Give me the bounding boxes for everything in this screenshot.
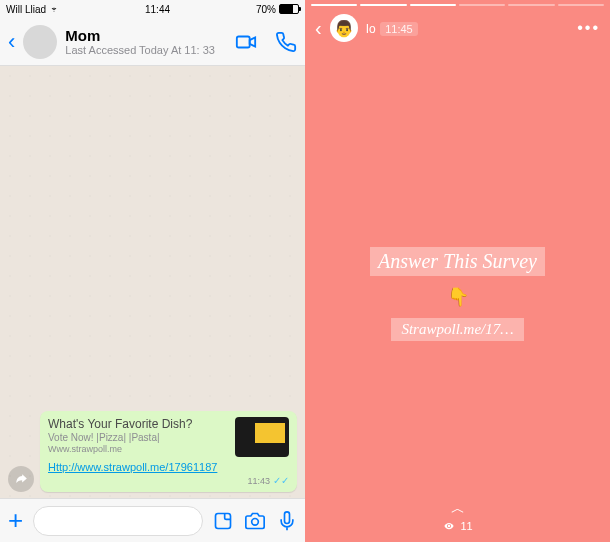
battery-icon <box>279 4 299 14</box>
message-bubble[interactable]: What's Your Favorite Dish? Vote Now! |Pi… <box>40 411 297 492</box>
statusbar-time: 11:44 <box>145 4 170 15</box>
link-preview-thumbnail <box>235 417 289 457</box>
link-preview-title: What's Your Favorite Dish? <box>48 417 229 431</box>
status-bar: Will Lliad 11:44 70% <box>0 0 305 18</box>
contact-info[interactable]: Mom Last Accessed Today At 11: 33 <box>65 27 227 56</box>
carrier-label: Will Lliad <box>6 4 46 15</box>
story-panel[interactable]: ‹ 👨 Io 11:45 ••• Answer This Survey 👇 St… <box>305 0 610 542</box>
story-footer[interactable]: ︿ 11 <box>305 500 610 532</box>
story-text-title: Answer This Survey <box>370 247 545 276</box>
eye-icon <box>442 521 456 531</box>
read-receipt-icon: ✓✓ <box>273 475 289 486</box>
svg-rect-1 <box>216 513 231 528</box>
story-menu-button[interactable]: ••• <box>577 19 600 37</box>
story-progress <box>305 0 610 10</box>
svg-rect-0 <box>237 36 250 47</box>
story-back-button[interactable]: ‹ <box>315 17 322 40</box>
input-toolbar: + <box>0 498 305 542</box>
svg-point-2 <box>252 518 259 525</box>
message-link[interactable]: Http://www.strawpoll.me/17961187 <box>48 461 289 473</box>
link-preview-subtitle: Vote Now! |Pizza| |Pasta| <box>48 432 229 443</box>
story-author-name: Io <box>366 22 376 36</box>
attach-button[interactable]: + <box>8 505 23 536</box>
chevron-up-icon[interactable]: ︿ <box>451 500 465 518</box>
chat-header: ‹ Mom Last Accessed Today At 11: 33 <box>0 18 305 66</box>
last-seen-label: Last Accessed Today At 11: 33 <box>65 44 227 56</box>
story-content: Answer This Survey 👇 Strawpoll.me/17… <box>305 46 610 542</box>
story-header: ‹ 👨 Io 11:45 ••• <box>305 10 610 46</box>
message-time: 11:43 <box>247 476 270 486</box>
story-time: 11:45 <box>380 22 418 36</box>
voice-call-icon[interactable] <box>275 31 297 53</box>
contact-avatar[interactable] <box>23 25 57 59</box>
camera-icon[interactable] <box>245 511 265 531</box>
message-input[interactable] <box>33 506 203 536</box>
view-count: 11 <box>460 520 472 532</box>
whatsapp-panel: Will Lliad 11:44 70% ‹ Mom Last Accessed… <box>0 0 305 542</box>
battery-pct: 70% <box>256 4 276 15</box>
chat-messages-area[interactable]: What's Your Favorite Dish? Vote Now! |Pi… <box>0 66 305 498</box>
story-avatar[interactable]: 👨 <box>330 14 358 42</box>
link-preview-domain: Www.strawpoll.me <box>48 444 229 454</box>
contact-name: Mom <box>65 27 227 44</box>
story-link-text[interactable]: Strawpoll.me/17… <box>391 318 523 341</box>
back-button[interactable]: ‹ <box>8 29 15 55</box>
wifi-icon <box>49 5 59 13</box>
video-call-icon[interactable] <box>235 31 257 53</box>
forward-icon[interactable] <box>8 466 34 492</box>
sticker-icon[interactable] <box>213 511 233 531</box>
pointing-down-emoji: 👇 <box>447 286 469 308</box>
microphone-icon[interactable] <box>277 511 297 531</box>
